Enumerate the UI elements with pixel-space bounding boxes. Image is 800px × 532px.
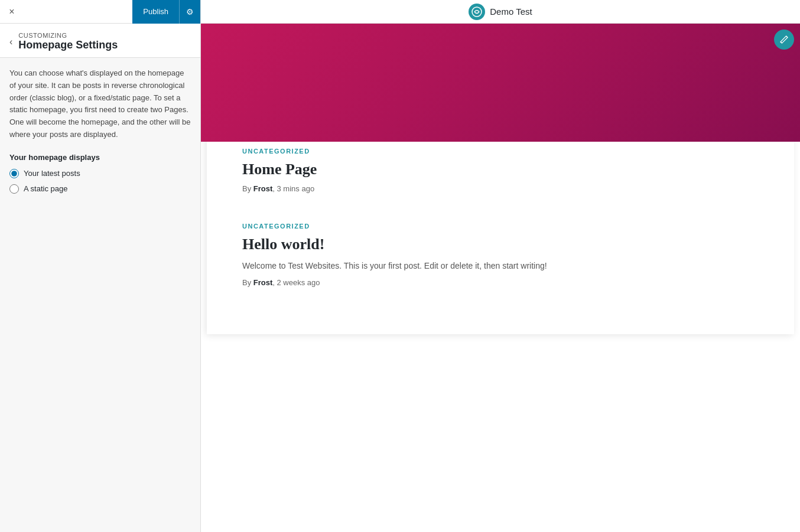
settings-button[interactable]: ⚙ xyxy=(179,0,200,24)
section-title: Homepage Settings xyxy=(18,39,118,51)
post-title[interactable]: Home Page xyxy=(242,161,759,178)
post-time: , 2 weeks ago xyxy=(272,278,320,287)
pencil-icon xyxy=(780,35,788,44)
static-page-option[interactable]: A static page xyxy=(9,184,191,194)
post-entry: UNCATEGORIZED Home Page By Frost, 3 mins… xyxy=(242,148,759,193)
latest-posts-radio[interactable] xyxy=(9,169,19,178)
preview-header: Demo Test xyxy=(201,0,800,24)
preview-content: UNCATEGORIZED Home Page By Frost, 3 mins… xyxy=(201,24,800,532)
hero-section xyxy=(201,24,800,142)
site-logo xyxy=(469,4,485,20)
post-category: UNCATEGORIZED xyxy=(242,148,759,155)
close-button[interactable]: × xyxy=(0,0,24,24)
post-meta: By Frost, 3 mins ago xyxy=(242,184,759,193)
post-category: UNCATEGORIZED xyxy=(242,223,759,230)
customizing-label: Customizing xyxy=(18,32,118,39)
latest-posts-label: Your latest posts xyxy=(24,169,80,178)
post-by-label: By xyxy=(242,278,251,287)
panel-content: You can choose what's displayed on the h… xyxy=(0,58,200,532)
post-entry: UNCATEGORIZED Hello world! Welcome to Te… xyxy=(242,223,759,287)
homepage-displays-label: Your homepage displays xyxy=(9,153,191,162)
post-time: , 3 mins ago xyxy=(272,184,314,193)
back-button[interactable]: ‹ xyxy=(9,37,12,47)
edit-hero-button[interactable] xyxy=(774,30,794,50)
section-header-text: Customizing Homepage Settings xyxy=(18,32,118,51)
static-page-label: A static page xyxy=(24,184,67,193)
left-panel: × Publish ⚙ ‹ Customizing Homepage Setti… xyxy=(0,0,201,532)
latest-posts-option[interactable]: Your latest posts xyxy=(9,169,191,178)
top-bar: × Publish ⚙ xyxy=(0,0,200,24)
right-panel: Demo Test UNCATEGORIZED Home Page By F xyxy=(201,0,800,532)
svg-point-0 xyxy=(472,7,482,17)
post-by-label: By xyxy=(242,184,251,193)
post-title[interactable]: Hello world! xyxy=(242,236,759,253)
publish-area: Publish ⚙ xyxy=(132,0,200,24)
publish-button[interactable]: Publish xyxy=(132,0,179,24)
static-page-radio[interactable] xyxy=(9,184,19,194)
post-excerpt: Welcome to Test Websites. This is your f… xyxy=(242,259,759,272)
post-author: Frost xyxy=(253,278,273,287)
section-header: ‹ Customizing Homepage Settings xyxy=(0,24,200,58)
description-text: You can choose what's displayed on the h… xyxy=(9,67,191,141)
post-meta: By Frost, 2 weeks ago xyxy=(242,278,759,287)
posts-container: UNCATEGORIZED Home Page By Frost, 3 mins… xyxy=(207,130,794,334)
site-name: Demo Test xyxy=(490,6,532,17)
logo-icon xyxy=(471,6,482,17)
post-author: Frost xyxy=(253,184,273,193)
